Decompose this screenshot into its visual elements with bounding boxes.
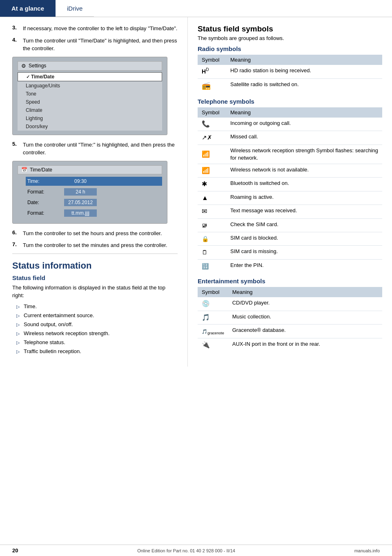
bullet-telephone: ▷Telephone status.: [16, 338, 178, 347]
tel-checksim-meaning: Check the SIM card.: [226, 218, 382, 232]
status-field-body: The following information is displayed i…: [12, 284, 178, 300]
settings-title-bar: ⚙ Settings: [18, 61, 162, 71]
settings-screenshot: ⚙ Settings ✓ Time/Date Language/Units To…: [12, 57, 167, 135]
right-column: Status field symbols The symbols are gro…: [188, 17, 392, 367]
ent-aux-meaning: AUX-IN port in the front or in the rear.: [228, 338, 382, 351]
table-row: 🎵gracenote Gracenote® database.: [198, 324, 382, 338]
step-5: 5. Turn the controller until "Time:" is …: [12, 141, 178, 157]
timedate-screenshot: 📅 Time/Date Time: 09:30 Format: 24 h Dat…: [12, 161, 167, 224]
tel-sms-meaning: Text message was received.: [226, 205, 382, 218]
left-column: 3. If necessary, move the controller to …: [0, 17, 188, 367]
ent-col-meaning: Meaning: [228, 287, 382, 297]
table-row: 🔒 SIM card is blocked.: [198, 232, 382, 246]
tel-bluetooth-meaning: Bluetooth is switched on.: [226, 178, 382, 191]
menu-item-doors: Doors/key: [18, 122, 162, 131]
page-number: 20: [12, 547, 18, 554]
tel-sms-symbol: ✉: [198, 205, 226, 218]
td-row-time: Time: 09:30: [26, 177, 162, 186]
calendar-icon: 📅: [21, 167, 27, 173]
timedate-title-bar: 📅 Time/Date: [18, 165, 162, 174]
status-information-title: Status information: [12, 260, 178, 271]
radio-symbols-title: Radio symbols: [198, 45, 382, 52]
tel-simblocked-meaning: SIM card is blocked.: [226, 232, 382, 246]
table-row: 🎵 Music collection.: [198, 311, 382, 324]
table-row: 📶 Wireless network is not available.: [198, 164, 382, 178]
ent-col-symbol: Symbol: [198, 287, 228, 297]
menu-item-speed: Speed: [18, 98, 162, 106]
arrow-icon-6: ▷: [16, 348, 20, 356]
status-field-symbols-body: The symbols are grouped as follows.: [198, 35, 382, 41]
radio-col-meaning: Meaning: [226, 55, 382, 65]
bullet-time: ▷Time.: [16, 302, 178, 311]
ent-gracenote-symbol: 🎵gracenote: [198, 324, 228, 338]
ent-aux-symbol: 🔌: [198, 338, 228, 351]
radio-hd-symbol: HD: [198, 65, 226, 78]
table-row: 🖳 Check the SIM card.: [198, 218, 382, 232]
tel-call-symbol: 📞: [198, 118, 226, 131]
tel-roaming-meaning: Roaming is active.: [226, 191, 382, 205]
page-header: At a glance iDrive: [0, 0, 392, 17]
tel-nosignal-symbol: 📶: [198, 164, 226, 178]
step-6: 6. Turn the controller to set the hours …: [12, 229, 178, 238]
tel-call-meaning: Incoming or outgoing call.: [226, 118, 382, 131]
footer-site: manuals.info: [354, 548, 380, 553]
table-row: ✉ Text message was received.: [198, 205, 382, 218]
tel-col-symbol: Symbol: [198, 107, 226, 118]
check-icon: ✓: [26, 74, 31, 79]
tel-simblocked-symbol: 🔒: [198, 232, 226, 246]
radio-satellite-symbol: 📻: [198, 78, 226, 93]
status-field-symbols-title: Status field symbols: [198, 24, 382, 33]
status-field-subtitle: Status field: [12, 274, 178, 281]
ent-cd-symbol: 💿: [198, 297, 228, 311]
table-row: ✱ Bluetooth is switched on.: [198, 178, 382, 191]
status-bullets: ▷Time. ▷Current entertainment source. ▷S…: [16, 302, 178, 356]
arrow-icon-1: ▷: [16, 303, 20, 311]
step-4: 4. Turn the controller until "Time/Date"…: [12, 37, 178, 53]
tel-missed-meaning: Missed call.: [226, 131, 382, 145]
td-row-format2: Format: tt.mm.jjjj: [26, 209, 162, 218]
table-row: 🔢 Enter the PIN.: [198, 259, 382, 273]
bullet-wireless: ▷Wireless network reception strength.: [16, 329, 178, 338]
ent-music-symbol: 🎵: [198, 311, 228, 324]
radio-col-symbol: Symbol: [198, 55, 226, 65]
tel-col-meaning: Meaning: [226, 107, 382, 118]
arrow-icon-4: ▷: [16, 330, 20, 338]
tab-at-a-glance[interactable]: At a glance: [0, 0, 56, 17]
telephone-symbols-title: Telephone symbols: [198, 98, 382, 105]
bullet-entertainment: ▷Current entertainment source.: [16, 311, 178, 320]
table-row: 🔌 AUX-IN port in the front or in the rea…: [198, 338, 382, 351]
entertainment-symbols-title: Entertainment symbols: [198, 278, 382, 285]
tel-signal-symbol: 📶: [198, 145, 226, 164]
arrow-icon-2: ▷: [16, 312, 20, 320]
bullet-traffic: ▷Traffic bulletin reception.: [16, 347, 178, 356]
table-row: ▲ Roaming is active.: [198, 191, 382, 205]
footer-text: Online Edition for Part no. 01 40 2 928 …: [137, 548, 235, 553]
radio-symbols-table: Symbol Meaning HD HD radio station is be…: [198, 55, 382, 93]
td-row-format1: Format: 24 h: [26, 187, 162, 196]
tel-bluetooth-symbol: ✱: [198, 178, 226, 191]
ent-gracenote-meaning: Gracenote® database.: [228, 324, 382, 338]
tel-missed-symbol: ↗✗: [198, 131, 226, 145]
telephone-symbols-table: Symbol Meaning 📞 Incoming or outgoing ca…: [198, 107, 382, 273]
radio-satellite-meaning: Satellite radio is switched on.: [226, 78, 382, 93]
gear-icon: ⚙: [21, 63, 26, 69]
table-row: HD HD radio station is being received.: [198, 65, 382, 78]
menu-item-lighting: Lighting: [18, 114, 162, 122]
tel-simmissing-meaning: SIM card is missing.: [226, 246, 382, 259]
tel-nosignal-meaning: Wireless network is not available.: [226, 164, 382, 178]
divider-1: [12, 254, 178, 254]
tel-roaming-symbol: ▲: [198, 191, 226, 205]
entertainment-symbols-table: Symbol Meaning 💿 CD/DVD player. 🎵 Music …: [198, 287, 382, 351]
arrow-icon-5: ▷: [16, 339, 20, 347]
menu-item-tone: Tone: [18, 90, 162, 98]
tab-idrive[interactable]: iDrive: [56, 0, 94, 17]
tel-pin-symbol: 🔢: [198, 259, 226, 273]
tel-pin-meaning: Enter the PIN.: [226, 259, 382, 273]
tel-signal-meaning: Wireless network reception strength Symb…: [226, 145, 382, 164]
tel-simmissing-symbol: 🗒: [198, 246, 226, 259]
table-row: 📞 Incoming or outgoing call.: [198, 118, 382, 131]
bullet-sound: ▷Sound output, on/off.: [16, 320, 178, 329]
table-row: 🗒 SIM card is missing.: [198, 246, 382, 259]
tel-checksim-symbol: 🖳: [198, 218, 226, 232]
table-row: 💿 CD/DVD player.: [198, 297, 382, 311]
